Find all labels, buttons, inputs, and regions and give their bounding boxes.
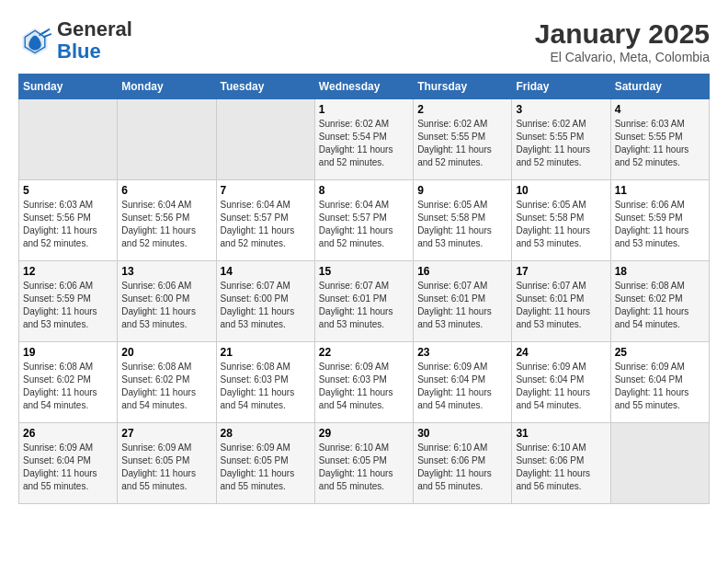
week-row-3: 12Sunrise: 6:06 AM Sunset: 5:59 PM Dayli… (19, 261, 710, 342)
day-info: Sunrise: 6:05 AM Sunset: 5:58 PM Dayligh… (516, 199, 606, 250)
day-number: 22 (319, 346, 409, 359)
day-info: Sunrise: 6:10 AM Sunset: 6:06 PM Dayligh… (516, 442, 606, 493)
day-info: Sunrise: 6:10 AM Sunset: 6:05 PM Dayligh… (319, 442, 409, 493)
day-cell: 18Sunrise: 6:08 AM Sunset: 6:02 PM Dayli… (610, 261, 709, 342)
day-cell: 11Sunrise: 6:06 AM Sunset: 5:59 PM Dayli… (610, 180, 709, 261)
day-number: 16 (417, 265, 507, 278)
day-number: 7 (221, 184, 311, 197)
logo-blue: Blue (57, 40, 101, 63)
day-number: 30 (417, 427, 507, 440)
day-number: 23 (417, 346, 507, 359)
day-number: 15 (319, 265, 409, 278)
day-header-sunday: Sunday (19, 75, 118, 99)
logo: General Blue (18, 18, 132, 63)
logo-text: General Blue (57, 18, 132, 63)
day-number: 3 (516, 103, 606, 116)
day-number: 14 (221, 265, 311, 278)
day-cell: 4Sunrise: 6:03 AM Sunset: 5:55 PM Daylig… (610, 99, 709, 180)
day-info: Sunrise: 6:08 AM Sunset: 6:02 PM Dayligh… (23, 361, 113, 412)
days-header-row: SundayMondayTuesdayWednesdayThursdayFrid… (19, 75, 710, 99)
title-block: January 2025 El Calvario, Meta, Colombia (535, 18, 710, 64)
day-number: 24 (516, 346, 606, 359)
day-info: Sunrise: 6:08 AM Sunset: 6:02 PM Dayligh… (615, 280, 705, 331)
day-cell: 30Sunrise: 6:10 AM Sunset: 6:06 PM Dayli… (414, 423, 512, 504)
day-number: 27 (121, 427, 211, 440)
day-cell: 12Sunrise: 6:06 AM Sunset: 5:59 PM Dayli… (19, 261, 118, 342)
day-number: 25 (615, 346, 705, 359)
day-info: Sunrise: 6:02 AM Sunset: 5:54 PM Dayligh… (319, 118, 409, 169)
page-header: General Blue January 2025 El Calvario, M… (18, 18, 710, 64)
day-header-wednesday: Wednesday (314, 75, 413, 99)
day-cell: 8Sunrise: 6:04 AM Sunset: 5:57 PM Daylig… (314, 180, 413, 261)
week-row-1: 1Sunrise: 6:02 AM Sunset: 5:54 PM Daylig… (19, 99, 710, 180)
day-cell: 27Sunrise: 6:09 AM Sunset: 6:05 PM Dayli… (118, 423, 216, 504)
day-cell: 14Sunrise: 6:07 AM Sunset: 6:00 PM Dayli… (216, 261, 314, 342)
day-info: Sunrise: 6:08 AM Sunset: 6:03 PM Dayligh… (221, 361, 311, 412)
day-info: Sunrise: 6:03 AM Sunset: 5:55 PM Dayligh… (615, 118, 705, 169)
day-info: Sunrise: 6:09 AM Sunset: 6:03 PM Dayligh… (319, 361, 409, 412)
day-number: 13 (121, 265, 211, 278)
day-info: Sunrise: 6:02 AM Sunset: 5:55 PM Dayligh… (417, 118, 507, 169)
day-cell: 17Sunrise: 6:07 AM Sunset: 6:01 PM Dayli… (512, 261, 610, 342)
week-row-2: 5Sunrise: 6:03 AM Sunset: 5:56 PM Daylig… (19, 180, 710, 261)
day-info: Sunrise: 6:07 AM Sunset: 6:00 PM Dayligh… (221, 280, 311, 331)
day-number: 29 (319, 427, 409, 440)
day-cell: 25Sunrise: 6:09 AM Sunset: 6:04 PM Dayli… (610, 342, 709, 423)
day-number: 26 (23, 427, 113, 440)
day-cell: 24Sunrise: 6:09 AM Sunset: 6:04 PM Dayli… (512, 342, 610, 423)
location: El Calvario, Meta, Colombia (535, 50, 710, 64)
day-info: Sunrise: 6:06 AM Sunset: 6:00 PM Dayligh… (121, 280, 211, 331)
day-number: 28 (221, 427, 311, 440)
day-cell (118, 99, 216, 180)
day-cell: 29Sunrise: 6:10 AM Sunset: 6:05 PM Dayli… (314, 423, 413, 504)
day-info: Sunrise: 6:06 AM Sunset: 5:59 PM Dayligh… (615, 199, 705, 250)
day-cell: 5Sunrise: 6:03 AM Sunset: 5:56 PM Daylig… (19, 180, 118, 261)
day-info: Sunrise: 6:07 AM Sunset: 6:01 PM Dayligh… (319, 280, 409, 331)
day-number: 12 (23, 265, 113, 278)
day-cell: 3Sunrise: 6:02 AM Sunset: 5:55 PM Daylig… (512, 99, 610, 180)
day-cell: 2Sunrise: 6:02 AM Sunset: 5:55 PM Daylig… (414, 99, 512, 180)
day-number: 20 (121, 346, 211, 359)
day-info: Sunrise: 6:08 AM Sunset: 6:02 PM Dayligh… (121, 361, 211, 412)
day-number: 31 (516, 427, 606, 440)
day-number: 18 (615, 265, 705, 278)
day-info: Sunrise: 6:02 AM Sunset: 5:55 PM Dayligh… (516, 118, 606, 169)
day-cell: 10Sunrise: 6:05 AM Sunset: 5:58 PM Dayli… (512, 180, 610, 261)
day-info: Sunrise: 6:07 AM Sunset: 6:01 PM Dayligh… (516, 280, 606, 331)
day-cell: 28Sunrise: 6:09 AM Sunset: 6:05 PM Dayli… (216, 423, 314, 504)
day-number: 4 (615, 103, 705, 116)
day-header-friday: Friday (512, 75, 610, 99)
day-header-tuesday: Tuesday (216, 75, 314, 99)
day-cell: 19Sunrise: 6:08 AM Sunset: 6:02 PM Dayli… (19, 342, 118, 423)
day-cell: 21Sunrise: 6:08 AM Sunset: 6:03 PM Dayli… (216, 342, 314, 423)
day-cell (19, 99, 118, 180)
day-cell: 1Sunrise: 6:02 AM Sunset: 5:54 PM Daylig… (314, 99, 413, 180)
day-cell: 16Sunrise: 6:07 AM Sunset: 6:01 PM Dayli… (414, 261, 512, 342)
day-cell: 26Sunrise: 6:09 AM Sunset: 6:04 PM Dayli… (19, 423, 118, 504)
day-info: Sunrise: 6:10 AM Sunset: 6:06 PM Dayligh… (417, 442, 507, 493)
day-info: Sunrise: 6:06 AM Sunset: 5:59 PM Dayligh… (23, 280, 113, 331)
day-number: 21 (221, 346, 311, 359)
day-cell: 13Sunrise: 6:06 AM Sunset: 6:00 PM Dayli… (118, 261, 216, 342)
day-cell: 23Sunrise: 6:09 AM Sunset: 6:04 PM Dayli… (414, 342, 512, 423)
day-info: Sunrise: 6:09 AM Sunset: 6:04 PM Dayligh… (23, 442, 113, 493)
week-row-5: 26Sunrise: 6:09 AM Sunset: 6:04 PM Dayli… (19, 423, 710, 504)
day-cell (216, 99, 314, 180)
day-info: Sunrise: 6:03 AM Sunset: 5:56 PM Dayligh… (23, 199, 113, 250)
day-number: 2 (417, 103, 507, 116)
month-title: January 2025 (535, 18, 710, 50)
day-number: 10 (516, 184, 606, 197)
day-number: 11 (615, 184, 705, 197)
day-cell: 6Sunrise: 6:04 AM Sunset: 5:56 PM Daylig… (118, 180, 216, 261)
day-info: Sunrise: 6:04 AM Sunset: 5:56 PM Dayligh… (121, 199, 211, 250)
day-cell: 15Sunrise: 6:07 AM Sunset: 6:01 PM Dayli… (314, 261, 413, 342)
day-number: 8 (319, 184, 409, 197)
day-header-monday: Monday (118, 75, 216, 99)
day-info: Sunrise: 6:04 AM Sunset: 5:57 PM Dayligh… (221, 199, 311, 250)
day-cell: 20Sunrise: 6:08 AM Sunset: 6:02 PM Dayli… (118, 342, 216, 423)
calendar-table: SundayMondayTuesdayWednesdayThursdayFrid… (18, 74, 710, 504)
day-info: Sunrise: 6:09 AM Sunset: 6:05 PM Dayligh… (121, 442, 211, 493)
day-info: Sunrise: 6:09 AM Sunset: 6:04 PM Dayligh… (615, 361, 705, 412)
day-cell (610, 423, 709, 504)
day-number: 6 (121, 184, 211, 197)
